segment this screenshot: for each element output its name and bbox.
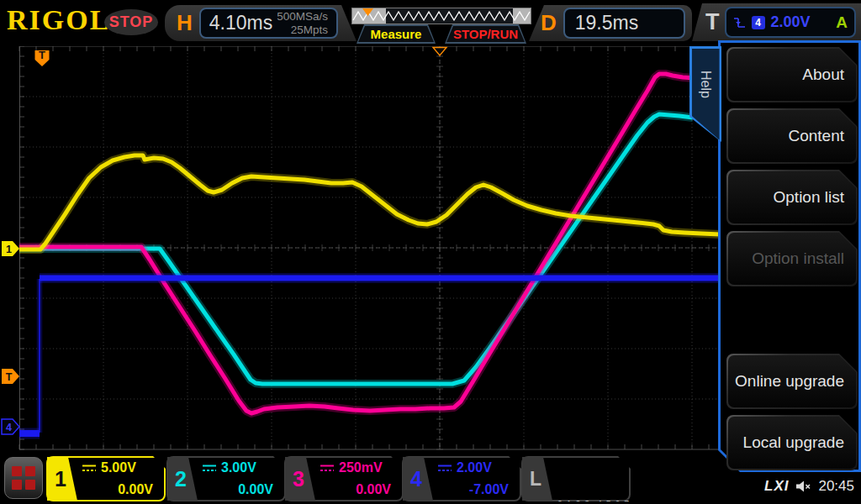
timebase-value: 4.10ms xyxy=(209,12,277,34)
oscilloscope-screen: T1T4 RIGOL STOP H 4.10ms 500MSa/s 25Mpts… xyxy=(0,0,861,504)
clock: 20:45 xyxy=(818,478,854,495)
memory-position-thumbnail[interactable] xyxy=(351,7,531,25)
falling-edge-icon xyxy=(733,15,746,29)
menu-button-online-upgrade[interactable]: Online upgrade xyxy=(726,354,858,409)
trigger-source-badge: 4 xyxy=(752,16,765,29)
measure-label: Measure xyxy=(358,26,434,42)
trigger-label: T xyxy=(705,9,720,35)
channel-2-scale: 3.00V xyxy=(221,460,256,475)
channel-1-scale: 5.00V xyxy=(101,460,136,475)
menu-label: About xyxy=(728,49,856,101)
svg-text:T: T xyxy=(6,371,13,383)
menu-label: Option install xyxy=(728,233,856,285)
menu-label: Content xyxy=(728,110,856,162)
timebase-screen: 4.10ms 500MSa/s 25Mpts xyxy=(199,8,338,39)
dc-coupling-icon xyxy=(202,464,217,473)
channel-1-offset: 0.00V xyxy=(118,482,153,497)
trigger-position-marker: T xyxy=(35,49,50,66)
delay-value: 19.5ms xyxy=(575,12,673,34)
trigger-level: 2.00V xyxy=(771,13,811,31)
run-state-badge: STOP xyxy=(104,9,158,35)
axis-marker-4: 4 xyxy=(2,419,19,434)
channel-4-number-tab: 4 xyxy=(403,457,436,501)
stop-run-label: STOP/RUN xyxy=(446,26,525,42)
channel-3-number-tab: 3 xyxy=(285,457,318,501)
function-grid-button[interactable] xyxy=(4,457,43,499)
trigger-screen: 4 2.00V A xyxy=(725,7,857,38)
dc-coupling-icon xyxy=(437,464,452,473)
status-bar: LXI 20:45 xyxy=(764,478,854,495)
svg-text:T: T xyxy=(39,49,45,61)
dc-coupling-icon xyxy=(82,464,97,473)
menu-button-option-list[interactable]: Option list xyxy=(726,170,858,225)
menu-button-content[interactable]: Content xyxy=(726,108,858,164)
delay-screen: 19.5ms xyxy=(563,8,685,39)
menu-button-about[interactable]: About xyxy=(726,47,858,102)
channel-1-box[interactable]: 1 5.00V 0.00V xyxy=(46,456,166,501)
sample-rate: 500MSa/s xyxy=(277,10,328,23)
rigol-logo: RIGOL xyxy=(7,4,110,36)
channel-3-box[interactable]: 3 250mV 0.00V xyxy=(284,456,404,501)
channel-3-scale: 250mV xyxy=(339,460,383,475)
menu-button-local-upgrade[interactable]: Local upgrade xyxy=(726,415,858,470)
trigger-mode: A xyxy=(836,13,848,32)
channel-4-offset: -7.00V xyxy=(469,482,509,497)
menu-label: Local upgrade xyxy=(728,417,856,469)
menu-button-option-install[interactable]: Option install xyxy=(726,231,858,286)
menu-label: Option list xyxy=(728,171,856,223)
grid-icon xyxy=(12,466,35,490)
axis-marker-1: 1 xyxy=(2,241,19,256)
logic-row-1: 0 1 2 3 4 5 6 7 xyxy=(557,496,626,504)
trigger-delay-marker xyxy=(433,48,446,56)
muted-speaker-icon[interactable] xyxy=(795,480,811,493)
dc-coupling-icon xyxy=(320,464,335,473)
channel-4-scale: 2.00V xyxy=(457,460,492,475)
channel-2-number-tab: 2 xyxy=(167,457,200,501)
axis-marker-T: T xyxy=(2,369,19,384)
waveform-display[interactable]: T1T4 xyxy=(0,46,721,454)
delay-label: D xyxy=(541,10,557,36)
channel-2-offset: 0.00V xyxy=(238,482,273,497)
svg-text:4: 4 xyxy=(6,422,12,433)
logic-pod-tab: L xyxy=(522,457,555,501)
delay-group[interactable]: D 19.5ms xyxy=(529,5,692,41)
menu-label: Online upgrade xyxy=(728,355,856,407)
stop-run-button[interactable]: STOP/RUN xyxy=(445,24,526,44)
logic-channel-numbers: 0 1 2 3 4 5 6 7 8 9 1011 12131415 xyxy=(557,460,626,504)
logic-pod-box[interactable]: L 0 1 2 3 4 5 6 7 8 9 1011 12131415 xyxy=(521,456,631,501)
svg-text:1: 1 xyxy=(6,244,12,255)
channel-4-box[interactable]: 4 2.00V -7.00V xyxy=(402,456,521,501)
horizontal-label: H xyxy=(177,10,193,36)
help-tab-label: Help xyxy=(698,71,713,98)
channel-2-box[interactable]: 2 3.00V 0.00V xyxy=(166,456,286,501)
horizontal-timebase-group[interactable]: H 4.10ms 500MSa/s 25Mpts xyxy=(165,5,357,41)
channel-1-number-tab: 1 xyxy=(47,457,80,501)
memory-depth: 25Mpts xyxy=(291,24,328,36)
trigger-group[interactable]: T 4 2.00V A xyxy=(692,3,861,41)
channel-3-offset: 0.00V xyxy=(356,482,391,497)
measure-button[interactable]: Measure xyxy=(357,24,436,44)
lxi-indicator: LXI xyxy=(764,478,789,495)
sample-rate-memdepth: 500MSa/s 25Mpts xyxy=(277,10,328,36)
